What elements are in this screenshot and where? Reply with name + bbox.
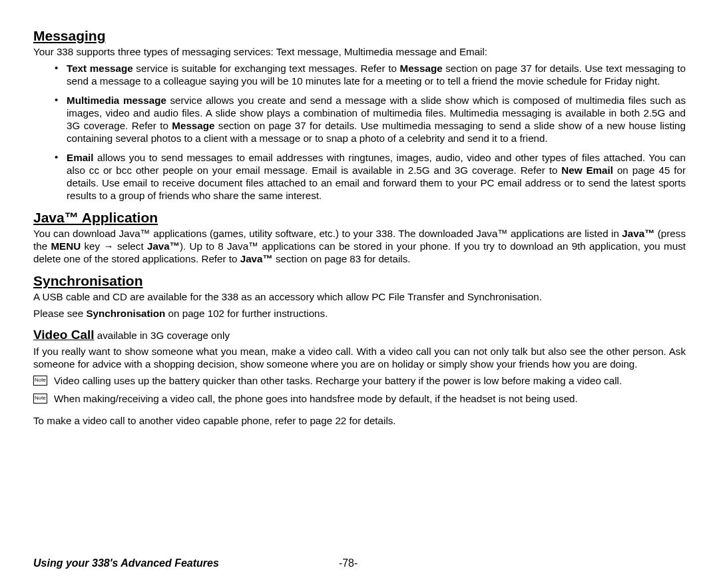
messaging-intro: Your 338 supports three types of messagi… xyxy=(33,45,686,58)
bullet-text: service is suitable for exchanging text … xyxy=(133,63,400,74)
sync-text: on page 102 for further instructions. xyxy=(165,308,328,319)
heading-java: Java™ Application xyxy=(33,210,686,226)
footer-title: Using your 338's Advanced Features xyxy=(33,557,219,569)
sync-bold: Synchronisation xyxy=(86,308,165,319)
bullet-lead-bold: Email xyxy=(67,152,94,163)
java-text: You can download Java™ applications (gam… xyxy=(33,228,622,239)
bullet-email: Email allows you to send messages to ema… xyxy=(55,151,686,202)
bullet-text-message: Text message service is suitable for exc… xyxy=(55,62,686,87)
bullet-lead-bold: Multimedia message xyxy=(67,95,166,106)
sync-p2: Please see Synchronisation on page 102 f… xyxy=(33,307,686,320)
java-text: section on page 83 for details. xyxy=(273,253,411,264)
bullet-inline-bold: Message xyxy=(172,120,214,131)
note-row-2: Note When making/receiving a video call,… xyxy=(33,392,686,405)
note-text-1: Video calling uses up the battery quicke… xyxy=(54,374,686,387)
arrow-icon: → xyxy=(103,240,113,252)
heading-video: Video Call xyxy=(33,328,95,342)
bullet-lead-bold: Text message xyxy=(67,63,133,74)
java-bold: MENU xyxy=(51,240,81,252)
java-bold: Java™ xyxy=(147,240,180,252)
java-text: select xyxy=(114,240,147,252)
document-page: Messaging Your 338 supports three types … xyxy=(0,0,719,588)
note-icon: Note xyxy=(33,394,47,404)
footer-page-number: -78- xyxy=(339,557,358,569)
note-icon: Note xyxy=(33,376,47,386)
note-icon-label: Note xyxy=(35,378,46,383)
java-paragraph: You can download Java™ applications (gam… xyxy=(33,227,686,265)
video-p1: If you really want to show someone what … xyxy=(33,345,686,370)
heading-video-row: Video Call available in 3G coverage only xyxy=(33,328,686,342)
java-bold: Java™ xyxy=(622,228,654,239)
heading-video-sub: available in 3G coverage only xyxy=(95,330,230,341)
note-icon-label: Note xyxy=(35,396,46,401)
sync-text: Please see xyxy=(33,308,86,319)
sync-p1: A USB cable and CD are available for the… xyxy=(33,290,686,303)
bullet-inline-bold: New Email xyxy=(561,164,613,176)
java-bold: Java™ xyxy=(240,253,273,264)
page-footer: Using your 338's Advanced Features -78- xyxy=(33,557,686,569)
heading-messaging: Messaging xyxy=(33,28,686,44)
java-text: key xyxy=(81,240,103,252)
heading-sync: Synchronisation xyxy=(33,273,686,289)
messaging-bullets: Text message service is suitable for exc… xyxy=(55,62,686,202)
note-text-2: When making/receiving a video call, the … xyxy=(54,392,686,405)
note-row-1: Note Video calling uses up the battery q… xyxy=(33,374,686,387)
video-p2: To make a video call to another video ca… xyxy=(33,414,686,427)
bullet-multimedia-message: Multimedia message service allows you cr… xyxy=(55,94,686,145)
bullet-inline-bold: Message xyxy=(399,63,442,74)
